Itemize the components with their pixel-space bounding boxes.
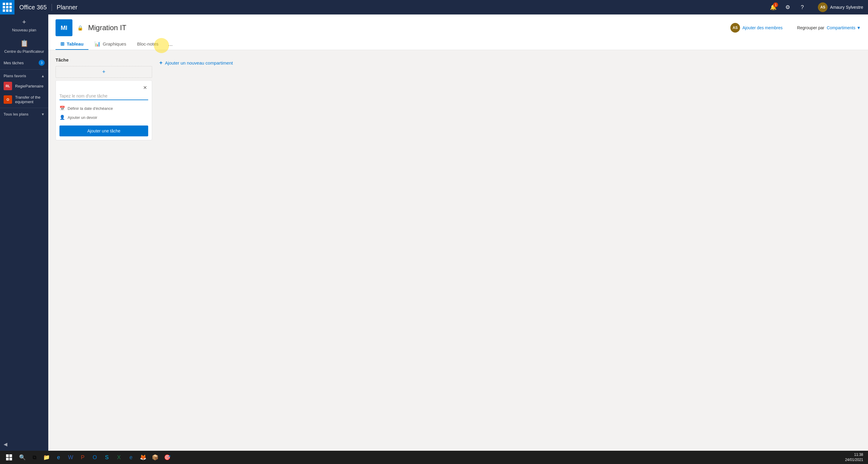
windows-icon xyxy=(6,454,12,460)
avatar: AS xyxy=(818,2,828,12)
tab-more-button[interactable]: ... xyxy=(164,39,176,50)
tous-les-plans-header[interactable]: Tous les plans ▼ xyxy=(0,109,48,118)
powerpoint-button[interactable]: P xyxy=(77,452,88,463)
chevron-down-icon: ▼ xyxy=(857,25,861,30)
plans-favoris-label: Plans favoris xyxy=(4,74,26,78)
calendar-icon: 📅 xyxy=(59,106,65,111)
sidebar-item-label: Centre du Planificateur xyxy=(4,49,44,54)
plan-header: MI 🔒 Migration IT AS Ajouter des membres… xyxy=(48,14,868,50)
taskbar-time: 11:38 24/01/2021 xyxy=(845,452,866,463)
group-by-value[interactable]: Compartiments ▼ xyxy=(827,25,861,30)
task-name-input[interactable] xyxy=(59,92,148,100)
column-title: Tâche xyxy=(56,57,68,62)
outlook-button[interactable]: O xyxy=(89,452,100,463)
svg-rect-2 xyxy=(6,458,9,460)
tableau-icon: ⊞ xyxy=(60,41,64,47)
notification-button[interactable]: 🔔 1 xyxy=(767,1,779,13)
topbar-icons: 🔔 1 ⚙ ? xyxy=(767,1,813,13)
tab-bloc-notes[interactable]: Bloc-notes xyxy=(132,39,163,49)
person-icon: 👤 xyxy=(59,114,65,120)
mes-taches-label: Mes tâches xyxy=(4,61,24,65)
app7-button[interactable]: 📦 xyxy=(150,452,161,463)
sidebar-divider-2 xyxy=(0,108,48,108)
ie-button[interactable]: e xyxy=(126,452,136,463)
sidebar: + Nouveau plan 📋 Centre du Planificateur… xyxy=(0,14,48,451)
plan-title-row: MI 🔒 Migration IT AS Ajouter des membres… xyxy=(56,14,861,39)
sidebar-item-centre-planificateur[interactable]: 📋 Centre du Planificateur xyxy=(0,36,48,57)
tab-label: Bloc-notes xyxy=(137,41,158,46)
sidebar-collapse-button[interactable]: ◀ xyxy=(0,438,48,451)
office365-label: Office 365 xyxy=(14,4,52,11)
mes-taches-count-badge: 3 xyxy=(39,60,45,66)
task-view-button[interactable]: ⧉ xyxy=(29,452,40,463)
avatar-initials: AS xyxy=(820,5,826,9)
sidebar-item-regie-partenaire[interactable]: RL RegiePartenaire xyxy=(0,79,48,93)
collapse-icon: ◀ xyxy=(4,441,7,447)
add-compartment-label: Ajouter un nouveau compartiment xyxy=(165,60,233,65)
ajouter-membres-button[interactable]: Ajouter des membres xyxy=(742,25,783,30)
waffle-button[interactable] xyxy=(0,0,14,14)
set-date-label: Définir la date d'échéance xyxy=(68,106,113,111)
graphiques-icon: 📊 xyxy=(94,41,100,47)
plan-badge-rl: RL xyxy=(4,82,12,90)
sidebar-item-nouveau-plan[interactable]: + Nouveau plan xyxy=(0,14,48,36)
plus-icon: + xyxy=(22,18,26,26)
sidebar-item-mes-taches[interactable]: Mes tâches 3 xyxy=(0,57,48,68)
add-task-button[interactable]: Ajouter une tâche xyxy=(59,126,148,136)
word-button[interactable]: W xyxy=(65,452,76,463)
firefox-button[interactable]: 🦊 xyxy=(137,452,149,463)
taskbar: 🔍 ⧉ 📁 e W P O S X e 🦊 📦 🎯 11:38 24/01/20… xyxy=(0,451,868,464)
add-bucket-button[interactable]: + xyxy=(56,66,152,78)
add-bucket-row: + xyxy=(56,66,152,78)
waffle-icon xyxy=(3,3,12,12)
skype-button[interactable]: S xyxy=(101,452,112,463)
topbar: Office 365 Planner 🔔 1 ⚙ ? AS Amaury Syl… xyxy=(0,0,868,14)
planner-label: Planner xyxy=(52,4,83,11)
content-area: MI 🔒 Migration IT AS Ajouter des membres… xyxy=(48,14,868,451)
chevron-up-icon: ▲ xyxy=(41,74,45,78)
svg-rect-0 xyxy=(6,454,9,457)
sidebar-divider xyxy=(0,69,48,70)
settings-button[interactable]: ⚙ xyxy=(782,1,794,13)
search-taskbar-button[interactable]: 🔍 xyxy=(17,452,28,463)
plan-mi-badge: MI xyxy=(56,19,72,36)
help-button[interactable]: ? xyxy=(796,1,808,13)
close-button[interactable]: ✕ xyxy=(142,84,148,91)
app8-button[interactable]: 🎯 xyxy=(162,452,173,463)
close-row: ✕ xyxy=(59,84,148,91)
tache-column: Tâche + ✕ 📅 Définir la date d'échéance xyxy=(56,57,152,140)
planner-icon: 📋 xyxy=(20,39,28,47)
plans-favoris-header[interactable]: Plans favoris ▲ xyxy=(0,71,48,79)
plan-badge-o: O xyxy=(4,95,12,104)
excel-button[interactable]: X xyxy=(114,452,124,463)
plan-name-label: Transfer of the equipment xyxy=(15,95,45,104)
user-name: Amaury Sylvestre xyxy=(830,5,863,10)
tab-graphiques[interactable]: 📊 Graphiques xyxy=(90,39,131,50)
add-compartment-button[interactable]: + Ajouter un nouveau compartiment xyxy=(159,57,233,68)
tab-label: Graphiques xyxy=(103,41,126,46)
svg-rect-3 xyxy=(9,458,12,460)
svg-rect-1 xyxy=(9,454,12,457)
sidebar-item-transfer-equipment[interactable]: O Transfer of the equipment xyxy=(0,93,48,106)
edge-button[interactable]: e xyxy=(53,452,64,463)
tab-tableau[interactable]: ⊞ Tableau xyxy=(56,39,88,50)
add-homework-row[interactable]: 👤 Ajouter un devoir xyxy=(59,113,148,122)
time-display: 11:38 xyxy=(845,452,863,457)
column-header: Tâche xyxy=(56,57,152,62)
page-title: Migration IT xyxy=(88,24,126,32)
date-display: 24/01/2021 xyxy=(845,457,863,463)
main-layout: + Nouveau plan 📋 Centre du Planificateur… xyxy=(0,14,868,451)
set-date-row[interactable]: 📅 Définir la date d'échéance xyxy=(59,104,148,113)
plan-name-label: RegiePartenaire xyxy=(15,84,43,89)
board-area: Tâche + ✕ 📅 Définir la date d'échéance xyxy=(48,50,868,451)
tab-label: Tableau xyxy=(67,41,84,46)
add-homework-label: Ajouter un devoir xyxy=(68,115,97,120)
add-task-card: ✕ 📅 Définir la date d'échéance 👤 Ajouter… xyxy=(56,80,152,140)
tous-les-plans-label: Tous les plans xyxy=(4,112,28,117)
explorer-button[interactable]: 📁 xyxy=(41,452,52,463)
start-button[interactable] xyxy=(2,451,16,464)
avatar-header: AS xyxy=(731,23,740,33)
user-menu[interactable]: AS Amaury Sylvestre xyxy=(813,2,868,12)
chevron-down-icon: ▼ xyxy=(41,112,45,117)
plan-tabs: ⊞ Tableau 📊 Graphiques Bloc-notes ... xyxy=(56,39,861,50)
